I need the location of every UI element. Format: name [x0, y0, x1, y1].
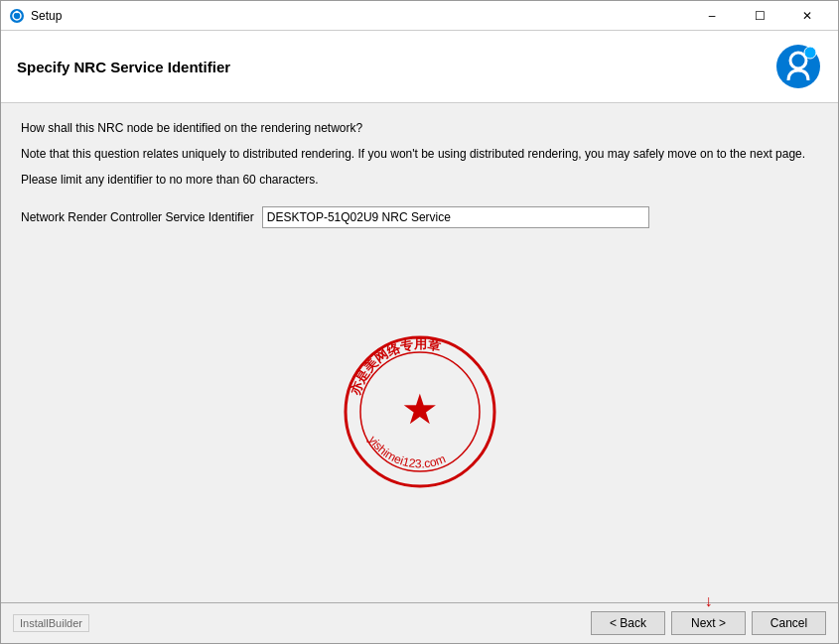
installbuilder-label: InstallBuilder — [13, 614, 89, 632]
footer-buttons: < Back ↓ Next > Cancel — [591, 611, 826, 635]
service-identifier-row: Network Render Controller Service Identi… — [21, 206, 818, 228]
app-logo — [774, 43, 822, 90]
cancel-button[interactable]: Cancel — [752, 611, 826, 635]
window-title: Setup — [31, 9, 689, 23]
footer: InstallBuilder < Back ↓ Next > Cancel — [1, 602, 838, 643]
info-line-3: Please limit any identifier to no more t… — [21, 171, 818, 189]
next-button[interactable]: Next > — [671, 611, 746, 635]
setup-window: Setup – ☐ ✕ Specify NRC Service Identifi… — [0, 0, 839, 644]
svg-text:★: ★ — [401, 387, 439, 433]
service-identifier-label: Network Render Controller Service Identi… — [21, 210, 254, 224]
minimize-button[interactable]: – — [689, 1, 735, 31]
app-icon — [9, 8, 25, 24]
arrow-down-indicator: ↓ — [705, 593, 713, 609]
page-header: Specify NRC Service Identifier — [1, 31, 838, 103]
maximize-button[interactable]: ☐ — [737, 1, 782, 31]
window-controls: – ☐ ✕ — [689, 1, 830, 31]
info-line-1: How shall this NRC node be identified on… — [21, 119, 818, 137]
service-identifier-input[interactable] — [262, 206, 649, 228]
main-content: How shall this NRC node be identified on… — [1, 103, 838, 602]
svg-point-5 — [804, 47, 816, 59]
svg-text:yishimei123.com: yishimei123.com — [365, 433, 447, 470]
stamp-area: ★ 亦是美网络专用章 yishimei123.com — [21, 236, 818, 586]
watermark-stamp: ★ 亦是美网络专用章 yishimei123.com — [341, 332, 499, 491]
page-title: Specify NRC Service Identifier — [17, 59, 230, 75]
back-button[interactable]: < Back — [591, 611, 665, 635]
title-bar: Setup – ☐ ✕ — [1, 1, 838, 31]
close-button[interactable]: ✕ — [784, 1, 830, 31]
svg-point-2 — [16, 10, 18, 12]
info-line-2: Note that this question relates uniquely… — [21, 145, 818, 163]
